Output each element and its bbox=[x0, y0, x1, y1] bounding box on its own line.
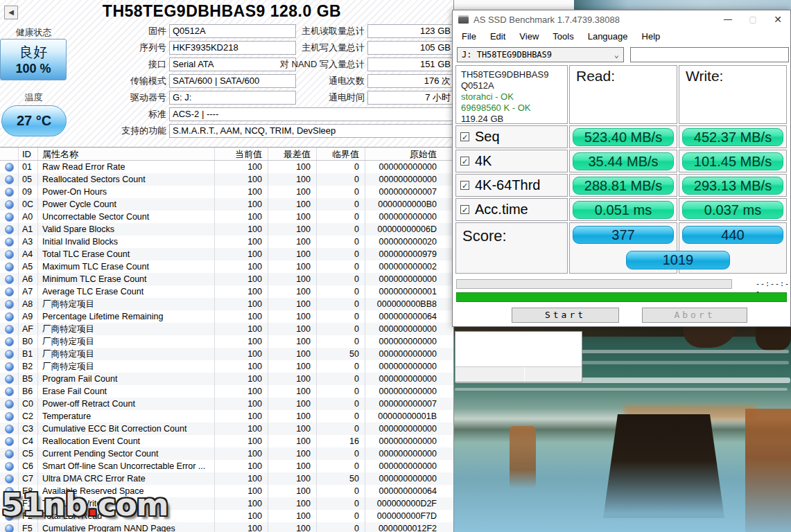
table-row[interactable]: C5 Current Pending Sector Count 100 100 … bbox=[0, 447, 454, 460]
drive-select[interactable]: J: TH58TEG9DBHBAS9 ⌄ bbox=[457, 47, 624, 62]
field-row: 固件 Q0512A 主机读取量总计 123 GB bbox=[0, 24, 454, 38]
cell-worst: 100 bbox=[268, 398, 316, 410]
field-label: 接口 bbox=[0, 57, 166, 71]
cell-raw-value: 000000000020 bbox=[365, 236, 454, 248]
close-icon[interactable]: ✕ bbox=[765, 10, 790, 28]
cell-id: C4 bbox=[18, 435, 37, 447]
cell-worst: 100 bbox=[268, 510, 316, 522]
cell-threshold: 0 bbox=[316, 285, 365, 298]
disk-title: TH58TEG9DBHBAS9 128.0 GB bbox=[21, 2, 423, 21]
cell-threshold: 0 bbox=[316, 510, 365, 522]
cell-worst: 100 bbox=[268, 348, 316, 360]
cell-attribute-name: Valid Spare Blocks bbox=[37, 223, 214, 236]
table-row[interactable]: A3 Initial Invalid Blocks 100 100 0 0000… bbox=[0, 236, 454, 248]
table-row[interactable]: B0 厂商特定项目 100 100 0 000000000000 bbox=[0, 335, 454, 348]
as-ssd-window: AS SSD Benchmark 1.7.4739.38088 — ▢ ✕ Fi… bbox=[452, 10, 791, 327]
table-row[interactable]: AF 厂商特定项目 100 100 0 000000000000 bbox=[0, 323, 454, 335]
cell-raw-value: 000000000D2F bbox=[365, 497, 454, 510]
previous-disk-button[interactable]: ◀ bbox=[4, 6, 18, 19]
table-row[interactable]: B5 Program Fail Count 100 100 0 00000000… bbox=[0, 373, 454, 385]
table-row[interactable]: A5 Maximum TLC Erase Count 100 100 0 000… bbox=[0, 260, 454, 273]
cell-current: 100 bbox=[214, 497, 268, 510]
table-row[interactable]: A1 Valid Spare Blocks 100 100 0 00000000… bbox=[0, 223, 454, 236]
smart-table: ID 属性名称 当前值 最差值 临界值 原始值 01 Raw Read Erro… bbox=[0, 147, 454, 532]
cell-id: B6 bbox=[18, 385, 37, 398]
empty-textbox[interactable] bbox=[630, 47, 789, 62]
checkbox-4k[interactable]: ✓ bbox=[460, 157, 469, 166]
table-row[interactable]: B2 厂商特定项目 100 100 0 000000000000 bbox=[0, 360, 454, 373]
status-dot-icon bbox=[5, 462, 14, 471]
table-row[interactable]: F5 Cumulative Program NAND Pages 100 100… bbox=[0, 522, 454, 532]
menu-file[interactable]: File bbox=[455, 28, 483, 45]
cell-threshold: 50 bbox=[316, 472, 365, 485]
score-write: 440 bbox=[682, 226, 783, 244]
cell-id: A6 bbox=[18, 273, 37, 285]
table-row[interactable]: A6 Minimum TLC Erase Count 100 100 0 000… bbox=[0, 273, 454, 285]
table-row[interactable]: B6 Erase Fail Count 100 100 0 0000000000… bbox=[0, 385, 454, 398]
cell-threshold: 0 bbox=[316, 497, 365, 510]
abort-button[interactable]: Abort bbox=[642, 308, 747, 323]
status-dot-icon bbox=[5, 163, 14, 172]
cell-worst: 100 bbox=[268, 497, 316, 510]
table-row[interactable]: C7 Ultra DMA CRC Error Rate 100 100 50 0… bbox=[0, 472, 454, 485]
table-row[interactable]: A9 Percentage Lifetime Remaining 100 100… bbox=[0, 310, 454, 323]
header-id: ID bbox=[18, 148, 37, 160]
table-row[interactable]: C6 Smart Off-line Scan Uncorrectable Err… bbox=[0, 460, 454, 472]
checkbox-acctime[interactable]: ✓ bbox=[460, 205, 469, 214]
4k-write-result: 101.45 MB/s bbox=[682, 152, 783, 170]
table-row[interactable]: A7 Average TLC Erase Count 100 100 0 000… bbox=[0, 285, 454, 298]
status-dot-icon bbox=[5, 250, 14, 259]
background-window-fragment bbox=[455, 331, 582, 382]
menu-view[interactable]: View bbox=[512, 28, 546, 45]
table-row[interactable]: C0 Power-off Retract Count 100 100 0 000… bbox=[0, 398, 454, 410]
checkbox-seq[interactable]: ✓ bbox=[460, 132, 469, 141]
table-row[interactable]: 09 Power-On Hours 100 100 0 000000000007 bbox=[0, 186, 454, 198]
status-dot-icon bbox=[5, 450, 14, 459]
cell-attribute-name: Reallocation Event Count bbox=[37, 435, 214, 447]
cell-current: 100 bbox=[214, 348, 268, 360]
table-row[interactable]: B1 厂商特定项目 100 100 50 000000000000 bbox=[0, 348, 454, 360]
cell-threshold: 50 bbox=[316, 348, 365, 360]
menu-tools[interactable]: Tools bbox=[546, 28, 580, 45]
checkbox-4k64[interactable]: ✓ bbox=[460, 181, 469, 190]
status-dot-icon bbox=[5, 475, 14, 484]
cell-current: 100 bbox=[214, 198, 268, 211]
smart-table-header: ID 属性名称 当前值 最差值 临界值 原始值 bbox=[0, 147, 454, 161]
cell-worst: 100 bbox=[268, 236, 316, 248]
table-row[interactable]: 01 Raw Read Error Rate 100 100 0 0000000… bbox=[0, 161, 454, 173]
field-value: 7 小时 bbox=[367, 91, 454, 105]
cell-raw-value: 000000000007 bbox=[365, 398, 454, 410]
table-row[interactable]: C2 Temperature 100 100 0 00000000001B bbox=[0, 410, 454, 423]
table-row[interactable]: 05 Reallocated Sectors Count 100 100 0 0… bbox=[0, 173, 454, 186]
cell-threshold: 0 bbox=[316, 298, 365, 310]
status-dot-icon bbox=[5, 375, 14, 384]
cell-raw-value: 000000000000 bbox=[365, 273, 454, 285]
table-row[interactable]: A4 Total TLC Erase Count 100 100 0 00000… bbox=[0, 248, 454, 260]
table-row[interactable]: C3 Cumulative ECC Bit Correction Count 1… bbox=[0, 423, 454, 435]
field-value: S.M.A.R.T., AAM, NCQ, TRIM, DevSleep bbox=[169, 124, 454, 138]
cell-threshold: 16 bbox=[316, 435, 365, 447]
cell-worst: 100 bbox=[268, 310, 316, 323]
field-label: 主机读取量总计 bbox=[201, 24, 365, 38]
cell-raw-value: 0000000000B0 bbox=[365, 198, 454, 211]
table-row[interactable]: A0 Uncorrectable Sector Count 100 100 0 … bbox=[0, 211, 454, 223]
wallpaper-reflection bbox=[745, 409, 791, 532]
menu-language[interactable]: Language bbox=[581, 28, 635, 45]
titlebar[interactable]: AS SSD Benchmark 1.7.4739.38088 — ▢ ✕ bbox=[453, 10, 790, 28]
cell-current: 100 bbox=[214, 260, 268, 273]
field-value: 176 次 bbox=[367, 74, 454, 88]
table-row[interactable]: C4 Reallocation Event Count 100 100 16 0… bbox=[0, 435, 454, 447]
status-dot-icon bbox=[5, 287, 14, 296]
table-row[interactable]: 0C Power Cycle Count 100 100 0 000000000… bbox=[0, 198, 454, 211]
minimize-icon[interactable]: — bbox=[715, 10, 740, 28]
maximize-icon[interactable]: ▢ bbox=[740, 10, 765, 28]
watermark-dot: . bbox=[87, 486, 98, 523]
field-row: 标准 ACS-2 | ---- bbox=[0, 107, 454, 121]
table-row[interactable]: A8 厂商特定项目 100 100 0 000000000BB8 bbox=[0, 298, 454, 310]
cell-threshold: 0 bbox=[316, 447, 365, 460]
cell-attribute-name: Ultra DMA CRC Error Rate bbox=[37, 472, 214, 485]
menu-help[interactable]: Help bbox=[635, 28, 668, 45]
cell-attribute-name: Erase Fail Count bbox=[37, 385, 214, 398]
menu-edit[interactable]: Edit bbox=[483, 28, 512, 45]
start-button[interactable]: Start bbox=[512, 308, 619, 323]
